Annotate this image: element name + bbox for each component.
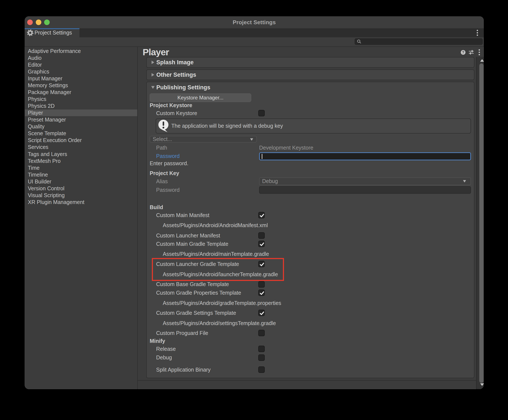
svg-text:?: ? xyxy=(462,50,464,54)
